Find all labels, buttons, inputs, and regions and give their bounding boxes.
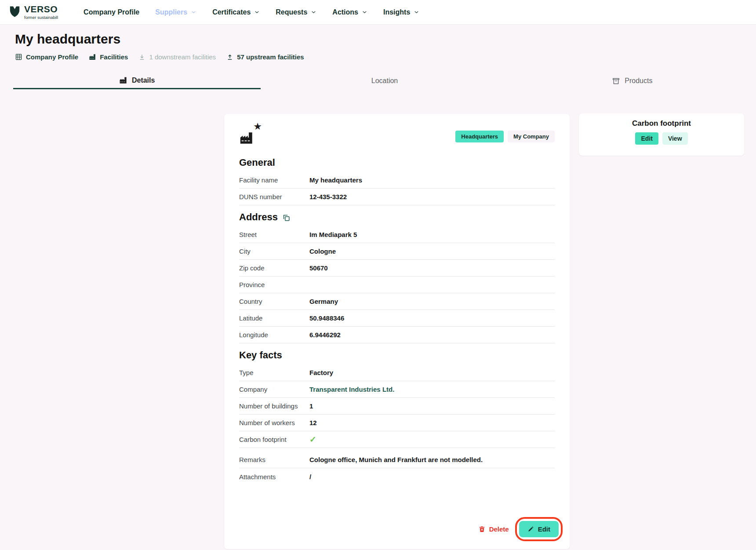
nav-item-requests[interactable]: Requests [276,8,316,16]
verso-logo[interactable]: VERSO former sustainabill [9,4,58,20]
row-label: Country [239,298,309,305]
tab-label: Location [371,77,398,85]
nav-item-label: Certificates [212,8,251,16]
carbon-view-button[interactable]: View [662,132,688,145]
card-actions: Delete Edit [478,517,563,541]
detail-row-zip-code: Zip code 50670 [239,260,555,277]
row-value: Factory [309,369,333,376]
nav-item-label: Insights [383,8,410,16]
facility-details-card: ★ Headquarters My Company General Facili… [224,114,570,549]
tab-label: Details [132,76,155,84]
detail-row-carbon-footprint: Carbon footprint ✓ [239,431,555,448]
main-nav: Company Profile Suppliers Certificates R… [84,8,419,16]
detail-row-type: Type Factory [239,364,555,381]
row-value: 50670 [309,264,328,272]
link-label: Company Profile [26,53,78,61]
arrow-up-icon [226,54,233,61]
detail-row-country: Country Germany [239,293,555,310]
tab-products[interactable]: Products [509,73,756,89]
chevron-down-icon [254,9,260,15]
section-title-key-facts: Key facts [239,350,555,361]
detail-row-number-of-workers: Number of workers 12 [239,415,555,431]
products-icon [612,77,620,85]
detail-row-province: Province [239,277,555,293]
facility-links-row: Company Profile Facilities 1 downstream … [15,53,304,61]
row-value: / [309,473,311,481]
nav-item-actions[interactable]: Actions [332,8,367,16]
chevron-down-icon [362,9,367,15]
tab-location[interactable]: Location [261,73,508,89]
link-label: Facilities [100,53,128,61]
red-annotation-ring: Edit [515,517,563,541]
grid-icon [15,53,22,61]
row-label: Facility name [239,176,309,184]
nav-item-label: Company Profile [84,8,139,16]
detail-row-company: Company Transparent Industries Ltd. [239,381,555,398]
pencil-icon [527,526,534,532]
logo-text: VERSO [24,4,58,14]
row-label: City [239,248,309,255]
row-value: 50.9488346 [309,314,344,322]
tab-details[interactable]: Details [13,73,261,89]
logo-subtitle: former sustainabill [24,15,58,20]
detail-row-latitude: Latitude 50.9488346 [239,310,555,327]
row-label: Longitude [239,331,309,339]
detail-row-attachments: Attachments / [239,468,555,485]
detail-row-facility-name: Facility name My headquarters [239,172,555,189]
nav-item-label: Requests [276,8,307,16]
row-value: 12-435-3322 [309,193,347,200]
row-value: 12 [309,419,317,426]
row-value: 1 [309,402,313,410]
copy-icon[interactable] [282,214,291,222]
row-value: Cologne [309,248,336,255]
row-label: Zip code [239,264,309,272]
link-label: 1 downstream facilities [149,53,216,61]
factory-icon [89,53,96,61]
link-facilities[interactable]: Facilities [89,53,128,61]
chevron-down-icon [191,9,196,15]
detail-row-remarks: Remarks Cologne office, Munich and Frank… [239,452,555,468]
chevron-down-icon [311,9,316,15]
check-icon: ✓ [309,435,316,444]
row-label: DUNS number [239,193,309,200]
row-label: Remarks [239,456,309,463]
factory-icon [119,76,127,84]
row-label: Number of buildings [239,402,309,410]
row-label: Street [239,231,309,238]
verso-logo-icon [9,5,21,19]
badge-headquarters[interactable]: Headquarters [455,131,504,142]
section-title-address: Address [239,211,555,223]
row-label: Company [239,386,309,393]
tab-label: Products [625,77,652,85]
edit-button[interactable]: Edit [519,521,559,537]
nav-item-company-profile[interactable]: Company Profile [84,8,139,16]
link-upstream-facilities[interactable]: 57 upstream facilities [226,53,304,61]
nav-item-certificates[interactable]: Certificates [212,8,260,16]
carbon-footprint-card: Carbon footprint Edit View [579,113,744,156]
facility-tabs: Details Location Products [13,73,756,89]
nav-item-insights[interactable]: Insights [383,8,419,16]
delete-button-label: Delete [489,525,509,533]
company-link[interactable]: Transparent Industries Ltd. [309,386,394,393]
detail-row-number-of-buildings: Number of buildings 1 [239,398,555,415]
link-downstream-facilities[interactable]: 1 downstream facilities [138,53,216,61]
row-value: 6.9446292 [309,331,341,339]
top-nav-bar: VERSO former sustainabill Company Profil… [0,0,756,25]
delete-button[interactable]: Delete [478,525,509,533]
facility-badges: Headquarters My Company [455,131,555,142]
page-title: My headquarters [15,32,120,47]
row-value: My headquarters [309,176,362,184]
detail-row-duns-number: DUNS number 12-435-3322 [239,189,555,205]
trash-icon [478,525,486,533]
detail-row-street: Street Im Mediapark 5 [239,226,555,243]
row-label: Carbon footprint [239,436,309,443]
row-label: Attachments [239,473,309,481]
row-value: Cologne office, Munich and Frankfurt are… [309,456,483,463]
arrow-down-icon [138,54,145,61]
badge-my-company[interactable]: My Company [508,131,555,142]
carbon-edit-button[interactable]: Edit [635,132,658,145]
nav-item-label: Actions [332,8,358,16]
nav-item-suppliers[interactable]: Suppliers [155,8,196,16]
link-company-profile[interactable]: Company Profile [15,53,78,61]
link-label: 57 upstream facilities [237,53,304,61]
